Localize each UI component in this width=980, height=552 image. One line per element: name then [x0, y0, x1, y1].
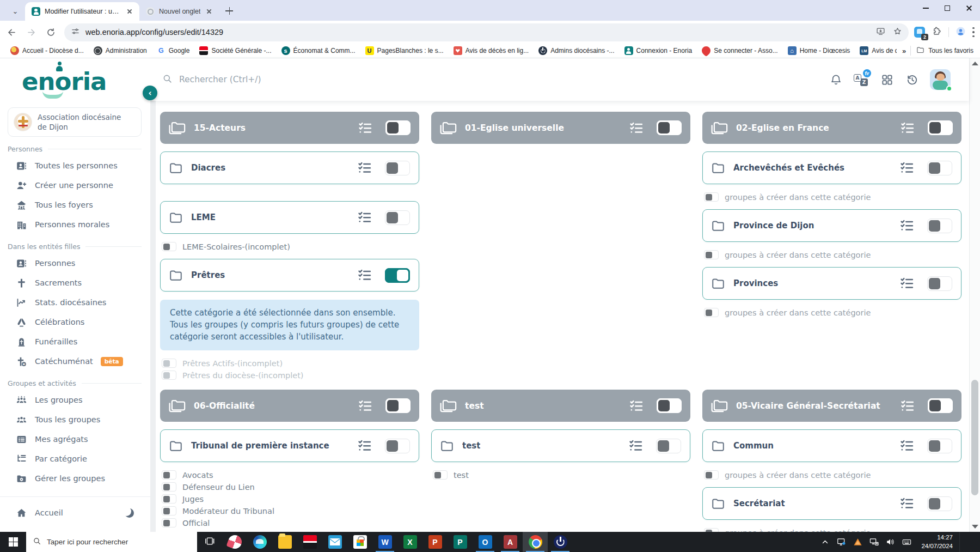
profile-avatar-icon[interactable] — [955, 26, 966, 39]
user-avatar[interactable] — [930, 69, 951, 90]
back-button[interactable] — [3, 24, 20, 40]
organization-card[interactable]: Association diocésaine de Dijon — [8, 107, 142, 137]
category-toggle[interactable] — [657, 120, 682, 135]
sidebar-item[interactable]: Les groupes — [0, 390, 150, 410]
sidebar-item[interactable]: Tous les groupes — [0, 410, 150, 429]
taskbar-clock[interactable]: 14:27 24/07/2024 — [917, 533, 957, 550]
sidebar-item[interactable]: Créer une personne — [0, 175, 150, 195]
group-toggle[interactable] — [385, 439, 410, 453]
checklist-icon[interactable] — [899, 438, 915, 453]
taskbar-app[interactable] — [372, 532, 397, 552]
group-card[interactable]: test — [431, 429, 690, 462]
group-card[interactable]: Diacres — [160, 151, 419, 184]
checklist-icon[interactable] — [357, 210, 373, 225]
task-view-button[interactable] — [197, 532, 222, 552]
category-toggle[interactable] — [657, 398, 682, 413]
site-settings-icon[interactable] — [71, 27, 80, 38]
bookmark-item[interactable]: Admins diocésains -... — [535, 45, 618, 56]
mini-toggle[interactable] — [162, 371, 176, 380]
group-card[interactable]: LEME — [160, 201, 419, 234]
app-search[interactable]: Rechercher (Ctrl+/) — [162, 74, 829, 86]
taskbar-app[interactable] — [397, 532, 422, 552]
sidebar-collapse-button[interactable]: ‹ — [143, 86, 157, 100]
tab-active[interactable]: Modifier l'utilisateur : udloniew — [25, 2, 139, 21]
sidebar-item[interactable]: e Catéchuménat bêta — [0, 351, 150, 371]
checklist-icon[interactable] — [357, 438, 373, 453]
bookmark-item[interactable]: Google — [153, 45, 194, 56]
group-toggle[interactable] — [927, 161, 952, 175]
taskbar-app[interactable] — [272, 532, 297, 552]
url-bar[interactable]: web.enoria.app/config/users/edit/14329 — [64, 23, 909, 41]
mini-toggle[interactable] — [704, 250, 719, 259]
tray-icon[interactable] — [833, 532, 849, 552]
mini-toggle[interactable] — [162, 506, 176, 515]
tray-icon[interactable] — [866, 532, 882, 552]
group-toggle[interactable] — [385, 161, 410, 175]
taskbar-app[interactable] — [448, 532, 473, 552]
notifications-bell-icon[interactable] — [829, 72, 843, 87]
checklist-icon[interactable] — [357, 268, 373, 283]
taskbar-app[interactable] — [322, 532, 347, 552]
taskbar-app[interactable] — [548, 532, 573, 552]
category-toggle[interactable] — [928, 398, 953, 413]
group-toggle[interactable] — [927, 276, 952, 291]
group-toggle[interactable] — [927, 439, 952, 453]
sidebar-item[interactable]: Funérailles — [0, 332, 150, 351]
tab-close-icon[interactable] — [205, 7, 213, 16]
bookmark-item[interactable]: Home - Diœcesis — [784, 45, 854, 56]
taskbar-app[interactable] — [498, 532, 523, 552]
checklist-icon[interactable] — [899, 398, 916, 414]
taskbar-app[interactable] — [473, 532, 498, 552]
bookmark-item[interactable]: Se connecter - Asso... — [698, 45, 781, 56]
scroll-down-arrow[interactable] — [972, 525, 978, 529]
taskbar-app[interactable] — [297, 532, 322, 552]
bookmarks-overflow-button[interactable]: » — [902, 47, 905, 55]
checklist-icon[interactable] — [628, 438, 644, 453]
checklist-icon[interactable] — [899, 218, 915, 233]
bookmark-item[interactable]: PagesBlanches : le s... — [362, 45, 448, 56]
checklist-icon[interactable] — [357, 120, 373, 136]
bookmark-item[interactable]: Accueil - Diocèse d... — [7, 45, 88, 56]
group-toggle[interactable] — [927, 219, 952, 233]
category-header[interactable]: 15-Acteurs — [160, 112, 419, 144]
mini-toggle[interactable] — [162, 359, 176, 368]
scrollbar-thumb[interactable] — [971, 380, 978, 495]
sidebar-item[interactable]: Par catégorie — [0, 449, 150, 469]
sidebar-item[interactable]: Personnes morales — [0, 215, 150, 234]
checklist-icon[interactable] — [899, 120, 916, 136]
category-header[interactable]: 01-Eglise universelle — [431, 112, 690, 144]
checklist-icon[interactable] — [357, 160, 373, 175]
all-favorites-button[interactable]: Tous les favoris — [916, 46, 973, 56]
group-toggle[interactable] — [385, 210, 410, 225]
forward-button[interactable] — [23, 24, 39, 40]
category-toggle[interactable] — [928, 120, 953, 135]
tab-close-icon[interactable] — [125, 7, 134, 16]
checklist-icon[interactable] — [899, 276, 915, 291]
new-tab-button[interactable] — [222, 4, 236, 18]
sidebar-item[interactable]: Gérer les groupes — [0, 469, 150, 488]
minimize-button[interactable] — [915, 0, 936, 16]
group-toggle[interactable] — [385, 268, 410, 283]
sidebar-item[interactable]: Mes agrégats — [0, 429, 150, 449]
language-icon[interactable]: AZ fr — [854, 73, 869, 86]
browser-menu-icon[interactable] — [972, 27, 975, 37]
checklist-icon[interactable] — [628, 120, 645, 136]
group-card[interactable]: Province de Dijon — [702, 209, 961, 242]
sidebar-item-accueil[interactable]: Accueil — [0, 505, 150, 521]
category-header[interactable]: 02-Eglise en France — [702, 112, 961, 144]
taskbar-search[interactable]: Taper ici pour rechercher — [26, 532, 197, 552]
group-card[interactable]: Commun — [702, 429, 961, 462]
mini-toggle[interactable] — [162, 482, 176, 492]
sidebar-item[interactable]: Stats. diocésaines — [0, 293, 150, 312]
taskbar-app[interactable] — [347, 532, 372, 552]
mini-toggle[interactable] — [704, 470, 719, 480]
install-icon[interactable] — [876, 27, 885, 38]
tab-search-button[interactable]: ⌄ — [8, 3, 23, 19]
taskbar-app[interactable] — [523, 532, 548, 552]
tab-inactive[interactable]: Nouvel onglet — [139, 2, 219, 21]
close-button[interactable] — [958, 0, 980, 16]
mini-toggle[interactable] — [704, 192, 719, 202]
group-card[interactable]: Archevêchés et Evêchés — [702, 151, 961, 184]
category-header[interactable]: 06-Officialité — [160, 390, 419, 422]
action-center-button[interactable] — [959, 532, 978, 552]
